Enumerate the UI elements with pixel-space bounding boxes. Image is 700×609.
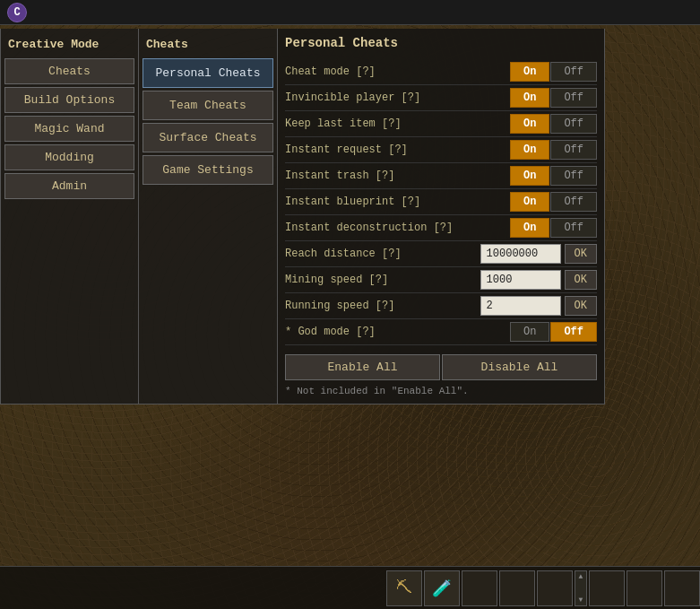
cheat-toggle-instant-request: On Off <box>510 140 597 160</box>
cheat-row-cheat-mode: Cheat mode [?] On Off <box>285 59 597 85</box>
invincible-on-button[interactable]: On <box>510 88 549 108</box>
running-speed-input[interactable] <box>480 296 561 316</box>
cheat-label-instant-request: Instant request [?] <box>285 144 510 156</box>
sidebar-left: Creative Mode Cheats Build Options Magic… <box>0 29 139 405</box>
cheat-toggle-instant-deconstruction: On Off <box>510 218 597 238</box>
cheat-row-instant-request: Instant request [?] On Off <box>285 137 597 163</box>
sidebar-item-magic-wand[interactable]: Magic Wand <box>4 116 134 142</box>
panel-right: Personal Cheats Cheat mode [?] On Off In… <box>278 29 605 405</box>
top-bar: C <box>0 0 700 25</box>
cheat-toggle-invincible: On Off <box>510 88 597 108</box>
sidebar-mid: Cheats Personal Cheats Team Cheats Surfa… <box>139 29 278 405</box>
god-mode-off-button[interactable]: Off <box>550 322 597 342</box>
cheat-label-reach-distance: Reach distance [?] <box>285 248 480 260</box>
sidebar-mid-title: Cheats <box>143 32 273 58</box>
cheat-row-instant-trash: Instant trash [?] On Off <box>285 163 597 189</box>
scroll-up-icon: ▲ <box>579 573 583 580</box>
cheat-label-instant-blueprint: Instant blueprint [?] <box>285 196 510 208</box>
toolbar-scroll[interactable]: ▲ ▼ <box>575 570 587 606</box>
cheat-row-mining-speed: Mining speed [?] OK <box>285 267 597 293</box>
sidebar-left-title: Creative Mode <box>4 32 134 58</box>
cheat-toggle-instant-blueprint: On Off <box>510 192 597 212</box>
cheat-row-reach-distance: Reach distance [?] OK <box>285 241 597 267</box>
toolbar-item-1-icon: ⛏ <box>396 579 412 597</box>
instant-blueprint-off-button[interactable]: Off <box>550 192 597 212</box>
keep-last-item-on-button[interactable]: On <box>510 114 549 134</box>
cheat-row-god-mode: * God mode [?] On Off <box>285 319 597 345</box>
reach-distance-input[interactable] <box>480 244 561 264</box>
sidebar-item-personal-cheats[interactable]: Personal Cheats <box>143 58 273 88</box>
instant-trash-off-button[interactable]: Off <box>550 166 597 186</box>
sidebar-item-surface-cheats[interactable]: Surface Cheats <box>143 123 273 152</box>
toolbar-slot-6[interactable] <box>589 570 625 606</box>
reach-distance-control: OK <box>480 244 597 264</box>
sidebar-item-cheats[interactable]: Cheats <box>4 58 134 84</box>
toolbar-item-2-icon: 🧪 <box>432 579 452 598</box>
cheat-label-cheat-mode: Cheat mode [?] <box>285 65 510 78</box>
sidebar-item-admin[interactable]: Admin <box>4 173 134 199</box>
cheat-toggle-instant-trash: On Off <box>510 166 597 186</box>
cheat-label-instant-deconstruction: Instant deconstruction [?] <box>285 222 510 234</box>
enable-all-button[interactable]: Enable All <box>285 354 440 380</box>
cheat-toggle-keep-last-item: On Off <box>510 114 597 134</box>
instant-request-off-button[interactable]: Off <box>550 140 597 160</box>
toolbar-slot-1[interactable]: ⛏ <box>386 570 422 606</box>
cheat-toggle-cheat-mode: On Off <box>510 62 597 82</box>
bottom-toolbar: ⛏ 🧪 ▲ ▼ <box>0 566 700 609</box>
toolbar-slot-7[interactable] <box>627 570 662 606</box>
cheat-label-invincible: Invincible player [?] <box>285 91 510 104</box>
mining-speed-ok-button[interactable]: OK <box>565 270 597 290</box>
reach-distance-ok-button[interactable]: OK <box>565 244 597 264</box>
cheat-label-instant-trash: Instant trash [?] <box>285 170 510 182</box>
sidebar-item-team-cheats[interactable]: Team Cheats <box>143 91 273 120</box>
sidebar-item-build-options[interactable]: Build Options <box>4 87 134 113</box>
panel-title: Personal Cheats <box>285 36 597 50</box>
cheat-label-god-mode: * God mode [?] <box>285 326 510 338</box>
cheat-label-mining-speed: Mining speed [?] <box>285 274 480 286</box>
toolbar-slot-2[interactable]: 🧪 <box>424 570 460 606</box>
cheat-row-invincible: Invincible player [?] On Off <box>285 85 597 111</box>
invincible-off-button[interactable]: Off <box>550 88 597 108</box>
bottom-buttons: Enable All Disable All <box>285 354 597 380</box>
instant-blueprint-on-button[interactable]: On <box>510 192 549 212</box>
cheat-label-keep-last-item: Keep last item [?] <box>285 117 510 130</box>
main-panel: Creative Mode Cheats Build Options Magic… <box>0 29 605 405</box>
cheat-mode-off-button[interactable]: Off <box>550 62 597 82</box>
cheat-row-running-speed: Running speed [?] OK <box>285 293 597 319</box>
instant-trash-on-button[interactable]: On <box>510 166 549 186</box>
cheat-label-running-speed: Running speed [?] <box>285 300 480 312</box>
instant-deconstruction-off-button[interactable]: Off <box>550 218 597 238</box>
cheat-row-instant-deconstruction: Instant deconstruction [?] On Off <box>285 215 597 241</box>
toolbar-slot-4[interactable] <box>499 570 535 606</box>
god-mode-on-button[interactable]: On <box>510 322 549 342</box>
toolbar-slot-8[interactable] <box>664 570 700 606</box>
toolbar-slots: ⛏ 🧪 ▲ ▼ <box>385 570 700 607</box>
sidebar-item-game-settings[interactable]: Game Settings <box>143 155 273 185</box>
instant-deconstruction-on-button[interactable]: On <box>510 218 549 238</box>
instant-request-on-button[interactable]: On <box>510 140 549 160</box>
mining-speed-control: OK <box>480 270 597 290</box>
sidebar-item-modding[interactable]: Modding <box>4 144 134 170</box>
disable-all-button[interactable]: Disable All <box>442 354 597 380</box>
cheat-row-keep-last-item: Keep last item [?] On Off <box>285 111 597 137</box>
cheat-toggle-god-mode: On Off <box>510 322 597 342</box>
footnote: * Not included in "Enable All". <box>285 386 597 396</box>
scroll-down-icon: ▼ <box>579 596 583 604</box>
app-icon: C <box>7 3 27 22</box>
toolbar-slot-3[interactable] <box>462 570 497 606</box>
running-speed-ok-button[interactable]: OK <box>565 296 597 316</box>
keep-last-item-off-button[interactable]: Off <box>550 114 597 134</box>
mining-speed-input[interactable] <box>480 270 561 290</box>
cheat-mode-on-button[interactable]: On <box>510 62 549 82</box>
toolbar-slot-5[interactable] <box>537 570 573 606</box>
running-speed-control: OK <box>480 296 597 316</box>
cheat-row-instant-blueprint: Instant blueprint [?] On Off <box>285 189 597 215</box>
